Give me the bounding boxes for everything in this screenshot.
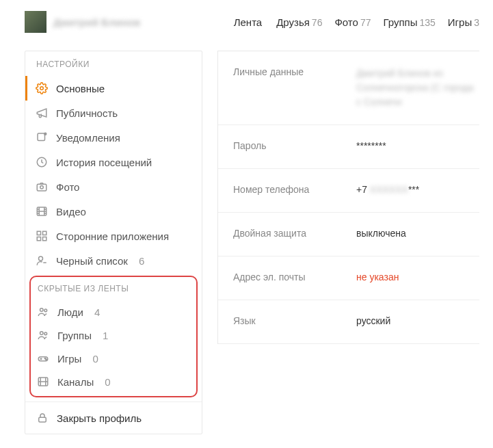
row-value: Дмитрий Блинов из Солнечногорска (С горо… xyxy=(356,66,479,109)
sidebar-item-label: Основные xyxy=(56,83,105,94)
sidebar-item-label: Уведомления xyxy=(56,132,120,144)
svg-rect-8 xyxy=(43,231,46,235)
hidden-item-count: 0 xyxy=(105,376,110,388)
avatar[interactable] xyxy=(25,11,46,33)
row-personal-data[interactable]: Личные данные Дмитрий Блинов из Солнечно… xyxy=(218,51,479,125)
row-value: +7 ХХХХХХ*** xyxy=(356,184,419,195)
sidebar-item-notifications[interactable]: Уведомления xyxy=(25,125,202,150)
sidebar-item-general[interactable]: Основные xyxy=(25,76,202,101)
nav-photo[interactable]: Фото77 xyxy=(334,16,371,28)
row-key: Пароль xyxy=(233,140,356,151)
close-profile-label: Закрыть профиль xyxy=(57,412,142,424)
svg-point-19 xyxy=(46,359,47,360)
svg-point-0 xyxy=(40,87,44,90)
row-value: не указан xyxy=(356,272,399,282)
apps-icon xyxy=(36,230,48,242)
hidden-item-label: Каналы xyxy=(57,376,94,388)
film-icon xyxy=(36,205,48,218)
sidebar-section-hidden: СКРЫТЫЕ ИЗ ЛЕНТЫ xyxy=(31,277,196,300)
sidebar-item-label: Публичность xyxy=(56,107,118,119)
nav-count: 77 xyxy=(360,17,371,28)
username[interactable]: Дмитрий Блинов xyxy=(53,16,140,28)
row-password[interactable]: Пароль ******** xyxy=(218,125,479,169)
nav-label: Группы xyxy=(383,16,417,28)
header: Дмитрий Блинов Лента Друзья76 Фото77 Гру… xyxy=(25,7,479,37)
notification-icon xyxy=(36,131,48,144)
sidebar-item-label: Фото xyxy=(56,181,79,193)
row-email[interactable]: Адрес эл. почты не указан xyxy=(218,256,479,300)
row-2fa[interactable]: Двойная защита выключена xyxy=(218,213,479,256)
people-icon xyxy=(37,306,49,318)
settings-content: Личные данные Дмитрий Блинов из Солнечно… xyxy=(217,51,479,344)
hidden-item-games[interactable]: Игры 0 xyxy=(31,347,196,370)
user-block-icon xyxy=(36,254,48,267)
svg-rect-21 xyxy=(39,417,46,422)
row-phone[interactable]: Номер телефона +7 ХХХХХХ*** xyxy=(218,169,479,213)
hidden-item-label: Группы xyxy=(57,330,92,341)
row-key: Номер телефона xyxy=(233,184,356,195)
svg-point-11 xyxy=(39,256,43,261)
sidebar-section-settings: НАСТРОЙКИ xyxy=(25,51,202,76)
svg-point-2 xyxy=(44,133,47,136)
nav-games[interactable]: Игры3 xyxy=(448,16,479,28)
sidebar-item-label: История посещений xyxy=(56,157,152,168)
sidebar: НАСТРОЙКИ Основные Публичность Уведомлен… xyxy=(25,51,202,434)
row-value: выключена xyxy=(356,228,406,239)
svg-rect-9 xyxy=(37,237,40,241)
hidden-item-count: 4 xyxy=(94,306,100,318)
svg-point-5 xyxy=(40,186,44,189)
group-icon xyxy=(37,329,49,341)
svg-point-13 xyxy=(40,308,44,312)
channel-icon xyxy=(37,375,49,388)
row-language[interactable]: Язык русский xyxy=(218,300,479,344)
sidebar-item-photo[interactable]: Фото xyxy=(25,174,202,199)
nav-groups[interactable]: Группы135 xyxy=(383,16,435,28)
sidebar-item-label: Сторонние приложения xyxy=(56,230,169,242)
hidden-from-feed-box: СКРЫТЫЕ ИЗ ЛЕНТЫ Люди 4 Группы 1 Игры 0 xyxy=(29,276,198,397)
sidebar-item-apps[interactable]: Сторонние приложения xyxy=(25,224,202,248)
hidden-item-count: 0 xyxy=(92,353,98,365)
close-profile-button[interactable]: Закрыть профиль xyxy=(25,402,202,434)
megaphone-icon xyxy=(36,107,48,119)
row-value: русский xyxy=(356,315,390,326)
top-nav: Лента Друзья76 Фото77 Группы135 Игры3 xyxy=(234,16,479,28)
gear-icon xyxy=(36,82,48,94)
sidebar-item-label: Черный список xyxy=(56,255,128,267)
nav-label: Друзья xyxy=(276,16,310,28)
hidden-item-label: Игры xyxy=(57,353,81,365)
nav-label: Фото xyxy=(334,16,358,28)
camera-icon xyxy=(36,181,48,193)
nav-feed[interactable]: Лента xyxy=(234,16,265,28)
sidebar-item-count: 6 xyxy=(139,255,144,267)
svg-rect-10 xyxy=(43,237,46,241)
nav-label: Лента xyxy=(234,16,263,28)
hidden-item-count: 1 xyxy=(103,330,108,341)
nav-count: 76 xyxy=(312,17,323,28)
svg-rect-7 xyxy=(37,231,40,235)
history-icon xyxy=(36,156,48,168)
nav-count: 3 xyxy=(474,17,479,28)
row-key: Язык xyxy=(233,315,356,326)
row-value: ******** xyxy=(356,140,386,151)
sidebar-item-video[interactable]: Видео xyxy=(25,199,202,224)
hidden-item-groups[interactable]: Группы 1 xyxy=(31,324,196,347)
sidebar-item-history[interactable]: История посещений xyxy=(25,150,202,174)
nav-count: 135 xyxy=(419,17,435,28)
svg-rect-1 xyxy=(38,133,45,141)
hidden-item-channels[interactable]: Каналы 0 xyxy=(31,370,196,393)
svg-point-14 xyxy=(44,309,47,312)
sidebar-item-publicity[interactable]: Публичность xyxy=(25,101,202,125)
lock-icon xyxy=(36,412,49,424)
row-key: Адрес эл. почты xyxy=(233,272,356,282)
hidden-item-people[interactable]: Люди 4 xyxy=(31,300,196,324)
hidden-item-label: Люди xyxy=(57,306,83,318)
row-key: Двойная защита xyxy=(233,228,356,239)
svg-point-16 xyxy=(44,332,47,335)
nav-label: Игры xyxy=(448,16,472,28)
row-key: Личные данные xyxy=(233,66,356,77)
svg-rect-4 xyxy=(37,184,46,191)
sidebar-item-label: Видео xyxy=(56,206,86,218)
nav-friends[interactable]: Друзья76 xyxy=(276,16,322,28)
svg-point-15 xyxy=(40,332,44,335)
sidebar-item-blacklist[interactable]: Черный список 6 xyxy=(25,248,202,273)
